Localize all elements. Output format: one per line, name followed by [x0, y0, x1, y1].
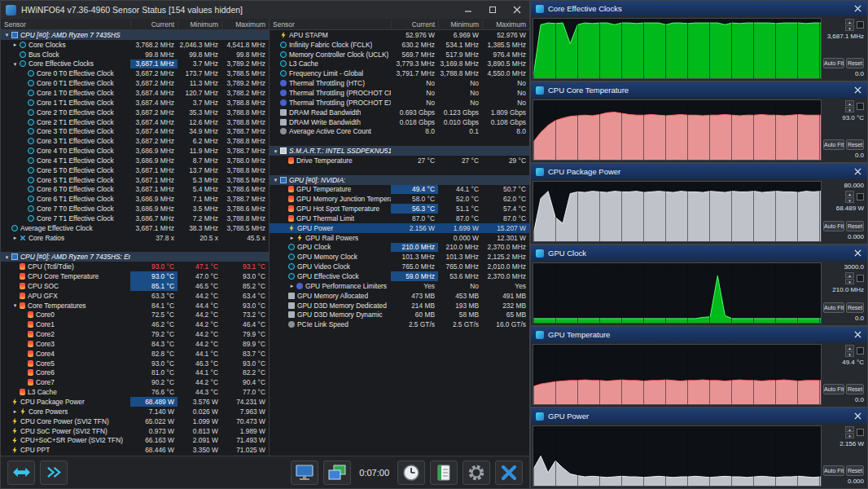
- log-scale-checkbox[interactable]: [857, 429, 864, 436]
- sensor-row[interactable]: GPU D3D Memory Dedicated214 MB193 MB232 …: [270, 301, 529, 311]
- sensor-row[interactable]: GPU Temperature49.4 °C44.1 °C50.7 °C: [270, 185, 529, 195]
- tree-expand-toggle-icon[interactable]: ▸: [288, 235, 296, 240]
- graph-titlebar[interactable]: CPU Core Temperature: [531, 82, 867, 98]
- reset-button[interactable]: Reset: [846, 221, 864, 231]
- graph-titlebar[interactable]: CPU Package Power: [531, 164, 867, 179]
- sensor-row[interactable]: Core 3 T1 Effective Clock3,687.2 MHz6.2 …: [1, 136, 269, 146]
- graph-titlebar[interactable]: GPU Temperature: [531, 327, 867, 342]
- settings-button[interactable]: [462, 460, 490, 485]
- sensor-row[interactable]: GPU Effective Clock59.0 MHz53.6 MHz2,370…: [270, 271, 529, 281]
- scale-up-button[interactable]: ▴: [845, 272, 854, 278]
- sensor-row[interactable]: GPU Memory Allocated473 MB453 MB491 MB: [270, 291, 529, 301]
- sensor-row[interactable]: ▾Core Temperatures84.1 °C44.4 °C93.0 °C: [1, 301, 269, 311]
- tree-expand-toggle-icon[interactable]: ▸: [11, 235, 19, 240]
- sensor-row[interactable]: GPU Power2.156 W1.699 W15.207 W: [270, 223, 529, 233]
- auto-fit-button[interactable]: Auto Fit: [823, 384, 844, 394]
- graph-close-button[interactable]: [851, 411, 864, 422]
- column-header-current[interactable]: Current: [391, 20, 438, 29]
- sensor-row[interactable]: CPU SOC85.1 °C46.5 °C85.2 °C: [1, 281, 269, 291]
- log-scale-checkbox[interactable]: [857, 193, 864, 200]
- sensor-row[interactable]: Core 5 T1 Effective Clock3,687.1 MHz5.3 …: [1, 175, 269, 185]
- sensor-row[interactable]: Core482.8 °C44.1 °C83.7 °C: [1, 349, 269, 359]
- sensor-row[interactable]: ▸GPU Rail Powers0.000 W12.301 W: [270, 233, 529, 243]
- column-header-maximum[interactable]: Maximum: [221, 20, 269, 29]
- sensor-row[interactable]: CPU Package Power68.489 W3.576 W74.231 W: [1, 397, 269, 407]
- sensor-row[interactable]: Core 7 T1 Effective Clock3,686.7 MHz7.2 …: [1, 214, 269, 223]
- scale-max-value[interactable]: 80.000: [823, 182, 864, 189]
- graph-close-button[interactable]: [851, 248, 864, 259]
- column-header-minimum[interactable]: Minimum: [438, 20, 482, 29]
- tree-expand-toggle-icon[interactable]: ▸: [11, 42, 19, 47]
- sensor-row[interactable]: GPU Memory Clock101.3 MHz101.3 MHz2,125.…: [270, 252, 529, 262]
- sensor-group-row[interactable]: ▾CPU [#0]: AMD Ryzen 7 7435HS: En...: [1, 252, 269, 262]
- reset-button[interactable]: Reset: [846, 384, 864, 394]
- tree-expand-toggle-icon[interactable]: ▸: [288, 283, 296, 289]
- sensor-row[interactable]: GPU Thermal Limit87.0 °C87.0 °C87.0 °C: [270, 214, 529, 223]
- sensor-row[interactable]: Average Active Core Count8.00.18.0: [270, 126, 529, 136]
- auto-fit-button[interactable]: Auto Fit: [823, 465, 844, 476]
- sensor-row[interactable]: Core 0 T0 Effective Clock3,687.2 MHz173.…: [1, 68, 269, 78]
- remote-monitoring-button[interactable]: [291, 460, 318, 485]
- sensor-row[interactable]: Core593.0 °C46.3 °C93.0 °C: [1, 359, 269, 368]
- sensor-group-row[interactable]: ▾CPU [#0]: AMD Ryzen 7 7435HS: [1, 30, 269, 40]
- sensor-row[interactable]: CPU SoC Power (SVI2 TFN)0.973 W0.813 W1.…: [1, 426, 269, 436]
- window-layout-button[interactable]: [323, 460, 351, 485]
- graph-close-button[interactable]: [851, 329, 864, 341]
- sensor-row[interactable]: APU STAPM52.976 W6.969 W52.976 W: [270, 30, 529, 40]
- scale-up-button[interactable]: ▴: [845, 100, 854, 106]
- sensor-row[interactable]: Memory Controller Clock (UCLK)569.7 MHz5…: [270, 50, 529, 59]
- reset-button[interactable]: Reset: [846, 465, 864, 476]
- column-header-sensor[interactable]: Sensor: [270, 20, 391, 29]
- tree-collapse-toggle-icon[interactable]: ▾: [272, 177, 279, 183]
- reset-button[interactable]: Reset: [846, 302, 864, 313]
- tree-expand-toggle-icon[interactable]: ▸: [11, 408, 19, 414]
- sensor-row[interactable]: Core 6 T1 Effective Clock3,686.9 MHz7.1 …: [1, 194, 269, 204]
- sensor-row[interactable]: GPU Video Clock765.0 MHz765.0 MHz2,010.0…: [270, 262, 529, 271]
- sensor-row[interactable]: Core 6 T0 Effective Clock3,687.1 MHz5.4 …: [1, 185, 269, 195]
- column-header-sensor[interactable]: Sensor: [1, 20, 130, 29]
- scale-down-button[interactable]: ▾: [845, 197, 854, 203]
- column-header-minimum[interactable]: Minimum: [178, 20, 221, 29]
- sensor-row[interactable]: Thermal Throttling (HTC)NoNoNo: [270, 78, 529, 88]
- minimize-button[interactable]: [456, 1, 480, 19]
- close-button[interactable]: [505, 1, 529, 19]
- column-header-maximum[interactable]: Maximum: [482, 20, 529, 29]
- sensor-row[interactable]: Core 1 T0 Effective Clock3,687.4 MHz120.…: [1, 88, 269, 98]
- graph-titlebar[interactable]: Core Effective Clocks: [531, 1, 867, 16]
- sensor-row[interactable]: Core 2 T1 Effective Clock3,687.4 MHz12.6…: [1, 117, 269, 127]
- titlebar[interactable]: HWiNFO64 v7.36-4960 Sensor Status [154 v…: [1, 1, 529, 19]
- log-scale-checkbox[interactable]: [857, 103, 864, 110]
- sensor-row[interactable]: Core790.2 °C44.2 °C90.4 °C: [1, 377, 269, 387]
- sensor-row[interactable]: Core 2 T0 Effective Clock3,687.2 MHz35.3…: [1, 108, 269, 117]
- sensor-row[interactable]: DRAM Write Bandwidth0.018 Gbps0.010 Gbps…: [270, 117, 529, 127]
- sensor-row[interactable]: APU GFX63.3 °C44.2 °C63.4 °C: [1, 291, 269, 301]
- scale-max-value[interactable]: 3000.0: [823, 263, 864, 271]
- tree-collapse-toggle-icon[interactable]: ▾: [3, 32, 11, 37]
- scale-up-button[interactable]: ▴: [845, 345, 854, 350]
- column-header-current[interactable]: Current: [130, 20, 178, 29]
- auto-fit-button[interactable]: Auto Fit: [823, 58, 844, 68]
- sensor-row[interactable]: Core 1 T1 Effective Clock3,687.4 MHz3.7 …: [1, 98, 269, 108]
- sensor-row[interactable]: Average Effective Clock3,687.1 MHz38.3 M…: [1, 223, 269, 233]
- sensor-row[interactable]: ▸Core Clocks3,768.2 MHz2,046.3 MHz4,541.…: [1, 40, 269, 50]
- scale-down-button[interactable]: ▾: [845, 279, 854, 284]
- sensor-row[interactable]: Core 4 T1 Effective Clock3,686.9 MHz8.7 …: [1, 156, 269, 165]
- sensor-row[interactable]: ▸Core Powers7.140 W0.026 W7.963 W: [1, 407, 269, 416]
- sensor-row[interactable]: PCIe Link Speed2.5 GT/s2.5 GT/s16.0 GT/s: [270, 319, 529, 329]
- sensor-row[interactable]: Thermal Throttling (PROCHOT EXT)NoNoNo: [270, 98, 529, 108]
- log-scale-checkbox[interactable]: [857, 347, 864, 355]
- auto-fit-button[interactable]: Auto Fit: [823, 221, 844, 231]
- sensor-row[interactable]: Core279.2 °C44.2 °C79.9 °C: [1, 329, 269, 339]
- scroll-columns-button[interactable]: [7, 460, 35, 485]
- sensor-row[interactable]: DRAM Read Bandwidth0.693 Gbps0.123 Gbps1…: [270, 108, 529, 117]
- scale-down-button[interactable]: ▾: [845, 107, 854, 112]
- sensor-row[interactable]: L3 Cache3,779.3 MHz3,169.8 MHz3,890.5 MH…: [270, 59, 529, 69]
- sensor-group-row[interactable]: ▾GPU [#0]: NVIDIA:: [270, 175, 529, 185]
- report-button[interactable]: [430, 460, 458, 485]
- tree-collapse-toggle-icon[interactable]: ▾: [3, 254, 11, 260]
- sensor-row[interactable]: Frequency Limit - Global3,791.7 MHz3,788…: [270, 68, 529, 78]
- clock-button[interactable]: [397, 460, 425, 485]
- sensor-row[interactable]: CPU Core Power (SVI2 TFN)65.022 W1.099 W…: [1, 416, 269, 426]
- sensor-row[interactable]: GPU Memory Junction Temperature58.0 °C52…: [270, 194, 529, 204]
- scale-down-button[interactable]: ▾: [845, 433, 854, 438]
